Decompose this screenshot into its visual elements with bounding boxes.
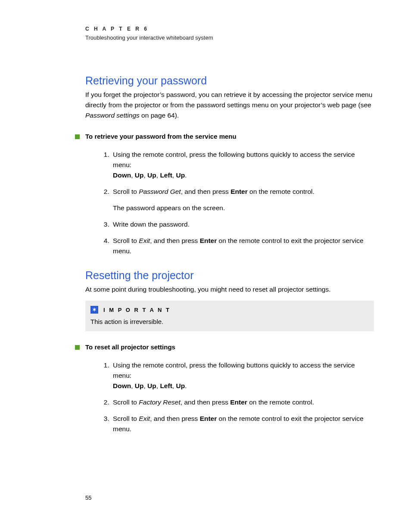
text: , and then press xyxy=(181,398,230,406)
text: Using the remote control, press the foll… xyxy=(113,151,355,168)
button-name: Up xyxy=(135,382,144,389)
text: , and then press xyxy=(150,415,199,422)
important-callout: ✶ I M P O R T A N T This action is irrev… xyxy=(85,301,374,331)
button-name: Left xyxy=(160,382,172,389)
text: Scroll to xyxy=(113,188,139,195)
cross-reference: Password settings xyxy=(85,112,140,119)
button-name: Down xyxy=(113,382,131,389)
page-number: 55 xyxy=(85,495,91,501)
button-name: Enter xyxy=(200,237,217,244)
button-name: Up xyxy=(147,382,156,389)
text: , xyxy=(143,382,147,389)
button-name: Up xyxy=(176,171,185,179)
section-heading-retrieving-password: Retrieving your password xyxy=(85,75,374,87)
button-name: Up xyxy=(176,382,185,389)
step-2: Scroll to Password Get, and then press E… xyxy=(111,187,374,213)
step-2: Scroll to Factory Reset, and then press … xyxy=(111,397,374,408)
procedure-steps: Using the remote control, press the foll… xyxy=(85,360,374,434)
menu-item: Password Get xyxy=(139,188,181,195)
text: . xyxy=(185,171,187,179)
text: , xyxy=(131,382,135,389)
important-header: ✶ I M P O R T A N T xyxy=(90,306,369,314)
button-name: Down xyxy=(113,171,131,179)
button-name: Up xyxy=(147,171,156,179)
step-1: Using the remote control, press the foll… xyxy=(111,149,374,180)
text: Scroll to xyxy=(113,398,139,406)
button-name: Up xyxy=(135,171,144,179)
text: , xyxy=(131,171,135,179)
procedure-bullet-icon xyxy=(75,134,80,139)
text: , and then press xyxy=(150,237,199,244)
section-heading-resetting-projector: Resetting the projector xyxy=(85,269,374,282)
step-4: Scroll to Exit, and then press Enter on … xyxy=(111,236,374,256)
step-1: Using the remote control, press the foll… xyxy=(111,360,374,391)
section1-intro: If you forget the projector’s password, … xyxy=(85,90,374,121)
important-label: I M P O R T A N T xyxy=(103,307,171,313)
text: Using the remote control, press the foll… xyxy=(113,361,355,379)
procedure-block: To retrieve your password from the servi… xyxy=(75,133,374,140)
text: on the remote control. xyxy=(248,188,314,195)
chapter-label: C H A P T E R 6 xyxy=(85,26,374,32)
button-name: Enter xyxy=(230,188,248,195)
text: Scroll to xyxy=(113,415,139,422)
menu-item: Factory Reset xyxy=(139,398,180,406)
step-3: Scroll to Exit, and then press Enter on … xyxy=(111,414,374,434)
procedure-title: To reset all projector settings xyxy=(85,343,374,351)
menu-item: Exit xyxy=(139,415,150,422)
text: , and then press xyxy=(181,188,230,195)
important-body: This action is irreversible. xyxy=(90,318,369,325)
document-page: C H A P T E R 6 Troubleshooting your int… xyxy=(0,0,411,532)
text: on page 64). xyxy=(140,112,179,119)
text: . xyxy=(185,382,187,389)
procedure-block: To reset all projector settings xyxy=(75,343,374,351)
step-result: The password appears on the screen. xyxy=(113,203,374,213)
text: , xyxy=(143,171,147,179)
step-3: Write down the password. xyxy=(111,219,374,230)
text: on the remote control. xyxy=(247,398,314,406)
button-name: Enter xyxy=(200,415,217,422)
button-name: Left xyxy=(160,171,172,179)
procedure-bullet-icon xyxy=(75,345,80,350)
procedure-steps: Using the remote control, press the foll… xyxy=(85,149,374,256)
text: If you forget the projector’s password, … xyxy=(85,91,372,109)
text: Scroll to xyxy=(113,237,139,244)
chapter-subtitle: Troubleshooting your interactive whitebo… xyxy=(85,34,374,41)
button-name: Enter xyxy=(230,398,247,406)
procedure-title: To retrieve your password from the servi… xyxy=(85,133,374,140)
menu-item: Exit xyxy=(139,237,150,244)
important-icon: ✶ xyxy=(90,306,98,314)
section2-intro: At some point during troubleshooting, yo… xyxy=(85,284,374,295)
